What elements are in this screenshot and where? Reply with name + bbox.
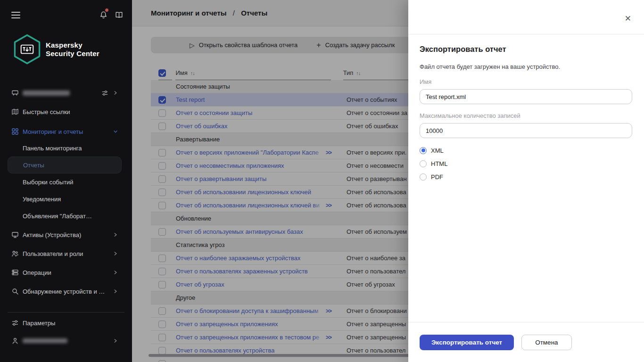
radio-icon[interactable] xyxy=(420,160,427,167)
radio-label: HTML xyxy=(431,160,447,167)
person-icon xyxy=(11,337,19,345)
format-radio-group: XML HTML PDF xyxy=(420,144,632,183)
modal-overlay xyxy=(132,0,408,362)
sidebar-item-label: Операции xyxy=(23,269,51,276)
username-redacted xyxy=(23,338,67,343)
sidebar-child-label: Выборки событий xyxy=(23,179,74,186)
chevron-right-icon xyxy=(113,338,118,343)
sidebar-item-server[interactable] xyxy=(0,86,132,99)
guide-icon[interactable] xyxy=(115,11,123,19)
close-icon[interactable]: ✕ xyxy=(625,15,631,23)
sidebar-item-label: Параметры xyxy=(23,320,55,327)
radio-label: XML xyxy=(431,147,444,154)
chevron-right-icon xyxy=(113,251,118,256)
max-records-input[interactable] xyxy=(420,123,632,138)
radio-icon[interactable] xyxy=(420,173,427,181)
export-report-panel: ✕ Экспортировать отчет Файл отчета будет… xyxy=(408,0,644,362)
server-icon xyxy=(11,89,19,97)
chevron-right-icon xyxy=(113,270,118,275)
map-icon xyxy=(11,108,19,115)
sidebar-child-label: Уведомления xyxy=(23,196,61,203)
format-option-xml[interactable]: XML xyxy=(420,144,632,157)
sidebar-item-quick-links[interactable]: Быстрые ссылки xyxy=(0,105,132,118)
sidebar-child-label: Панель мониторинга xyxy=(23,145,82,152)
sidebar-item-event-selections[interactable]: Выборки событий xyxy=(0,175,132,189)
chevron-right-icon[interactable] xyxy=(113,90,118,95)
users-icon xyxy=(11,250,19,257)
sidebar-item-user-account[interactable] xyxy=(0,334,132,347)
format-option-html[interactable]: HTML xyxy=(420,157,632,170)
panel-description: Файл отчета будет загружен на ваше устро… xyxy=(420,63,632,70)
panel-title: Экспортировать отчет xyxy=(420,45,632,54)
sidebar-item-notifications[interactable]: Уведомления xyxy=(0,192,132,206)
sidebar-item-label: Мониторинг и отчеты xyxy=(23,128,83,135)
radio-label: PDF xyxy=(431,173,443,181)
sidebar-item-label: Активы (Устройства) xyxy=(23,231,81,239)
sidebar-item-device-discovery[interactable]: Обнаружение устройств и … xyxy=(0,285,132,298)
sidebar-item-settings[interactable]: Параметры xyxy=(0,316,132,329)
sidebar-item-reports[interactable]: Отчеты xyxy=(8,156,122,173)
sidebar-child-label: Отчеты xyxy=(23,162,44,169)
radio-icon[interactable] xyxy=(420,147,427,154)
sidebar-item-monitoring[interactable]: Мониторинг и отчеты xyxy=(0,125,132,138)
sidebar-child-label: Объявления "Лаборат… xyxy=(23,213,92,220)
sidebar-item-label: Быстрые ссылки xyxy=(23,108,70,115)
server-settings-icon[interactable] xyxy=(101,90,108,97)
sidebar-item-operations[interactable]: Операции xyxy=(0,266,132,279)
notification-badge-dot xyxy=(105,8,109,12)
operations-icon xyxy=(11,269,19,276)
panel-body: Экспортировать отчет Файл отчета будет з… xyxy=(408,34,644,322)
sidebar-item-label: Обнаружение устройств и … xyxy=(23,288,105,295)
dashboard-icon xyxy=(11,128,19,135)
chevron-right-icon xyxy=(113,232,118,237)
search-icon xyxy=(11,288,19,295)
sidebar-item-label: Пользователи и роли xyxy=(23,250,83,257)
format-option-pdf[interactable]: PDF xyxy=(420,170,632,183)
panel-header: ✕ xyxy=(408,0,644,34)
settings-sliders-icon xyxy=(11,319,19,327)
kaspersky-hexagon-logo-icon xyxy=(13,34,41,65)
name-input[interactable] xyxy=(420,89,632,104)
chevron-right-icon xyxy=(113,289,118,294)
sidebar: Kaspersky Security Center Быстрые ссылки… xyxy=(0,0,132,362)
menu-icon[interactable] xyxy=(11,12,20,20)
panel-footer: Экспортировать отчет Отмена xyxy=(408,322,644,362)
sidebar-divider xyxy=(8,312,124,313)
server-name-redacted xyxy=(23,90,70,96)
monitor-icon xyxy=(11,231,19,239)
brand-line2: Security Center xyxy=(46,49,99,58)
sidebar-item-announcements[interactable]: Объявления "Лаборат… xyxy=(0,209,132,222)
app-logo: Kaspersky Security Center xyxy=(13,34,99,65)
brand-line1: Kaspersky xyxy=(46,41,99,49)
max-records-field-label: Максимальное количество записей xyxy=(420,112,632,119)
cancel-button[interactable]: Отмена xyxy=(521,335,571,350)
chevron-down-icon xyxy=(113,129,118,134)
sidebar-item-users-roles[interactable]: Пользователи и роли xyxy=(0,247,132,260)
name-field-label: Имя xyxy=(420,78,632,85)
export-report-button[interactable]: Экспортировать отчет xyxy=(420,335,514,350)
sidebar-item-assets[interactable]: Активы (Устройства) xyxy=(0,228,132,241)
sidebar-item-dashboard-panel[interactable]: Панель мониторинга xyxy=(0,141,132,155)
